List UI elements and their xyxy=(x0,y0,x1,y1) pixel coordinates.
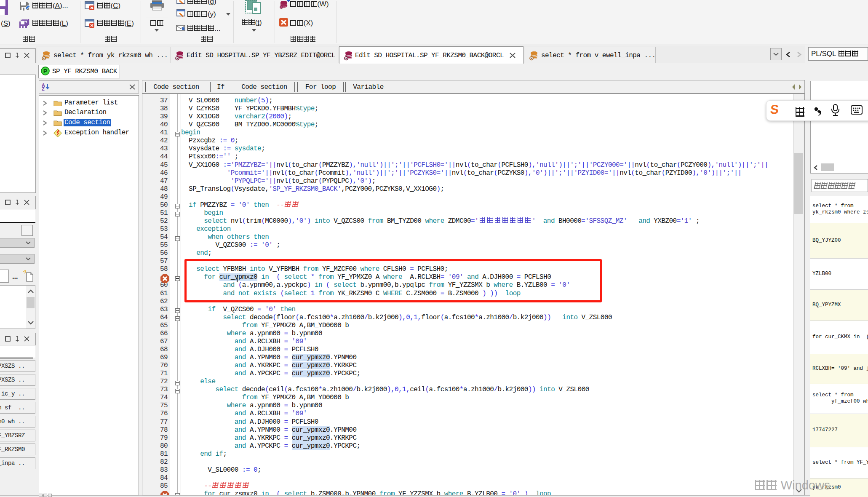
svg-text:P: P xyxy=(43,68,47,75)
svg-text:Z: Z xyxy=(42,86,45,91)
